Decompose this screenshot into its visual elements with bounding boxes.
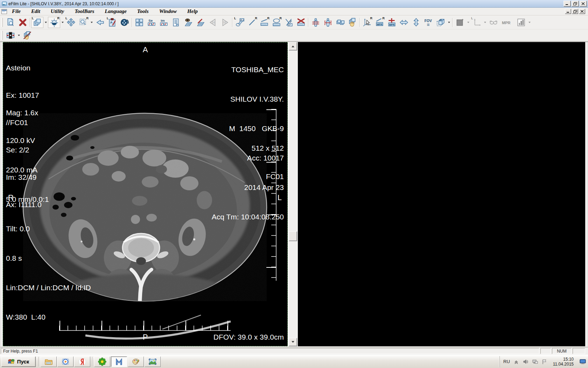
volume-icon[interactable] bbox=[523, 359, 529, 365]
histogram-button[interactable] bbox=[515, 17, 527, 28]
flag-icon[interactable] bbox=[541, 359, 548, 365]
image-viewport[interactable]: Asteion Ex: 10017 //FC01 Se: 2/2 Im: 32/… bbox=[3, 42, 288, 346]
minimize-button[interactable] bbox=[564, 1, 571, 7]
image-layout-icon bbox=[33, 18, 42, 27]
scroll-up-button[interactable] bbox=[289, 42, 297, 50]
toolbar-separator bbox=[30, 18, 30, 27]
flip-horizontal-button[interactable] bbox=[398, 17, 410, 28]
magnify-dropdown[interactable] bbox=[89, 17, 94, 28]
menu-tools[interactable]: Tools bbox=[137, 8, 149, 14]
menu-edit[interactable]: Edit bbox=[31, 8, 40, 14]
network-icon[interactable] bbox=[532, 359, 538, 365]
flip-vertical-button[interactable] bbox=[410, 17, 422, 28]
toolbar-separator bbox=[359, 18, 360, 27]
back-arrow-button[interactable] bbox=[94, 17, 106, 28]
image-layout-dropdown[interactable] bbox=[43, 17, 48, 28]
tile-images-button[interactable] bbox=[133, 17, 145, 28]
expand-tray-icon[interactable] bbox=[513, 359, 519, 365]
mpr-mode-button[interactable]: MPR bbox=[499, 17, 515, 28]
render-region-button[interactable] bbox=[454, 17, 466, 28]
menu-utility[interactable]: Utility bbox=[51, 8, 64, 14]
link-stacks-button[interactable] bbox=[334, 17, 346, 28]
toolbar-gripper[interactable] bbox=[1, 31, 3, 40]
toolbar-gripper[interactable] bbox=[1, 18, 3, 27]
start-label: Пуск bbox=[17, 359, 29, 364]
quicklaunch-media-player[interactable] bbox=[57, 356, 74, 367]
quicklaunch-paint[interactable] bbox=[128, 356, 144, 367]
orientation-axes-button[interactable]: L bbox=[470, 17, 483, 28]
language-indicator[interactable]: RU bbox=[503, 359, 510, 364]
delete-measurements-icon bbox=[296, 18, 306, 27]
fit-image-icon bbox=[6, 31, 15, 40]
mpr-oblique-button[interactable]: R MPR bbox=[373, 17, 385, 28]
quicklaunch-efilm[interactable] bbox=[111, 356, 127, 367]
menu-window[interactable]: Window bbox=[159, 8, 177, 14]
mdi-close-button[interactable] bbox=[579, 9, 585, 14]
svg-text:MPR: MPR bbox=[389, 23, 394, 26]
fit-image-button[interactable] bbox=[4, 30, 16, 41]
quicklaunch-yandex[interactable] bbox=[74, 356, 90, 367]
start-button[interactable]: Пуск bbox=[1, 356, 36, 367]
quicklaunch-icq[interactable] bbox=[94, 356, 110, 367]
magnify-button[interactable]: R bbox=[77, 17, 89, 28]
mdi-minimize-button[interactable] bbox=[565, 9, 571, 14]
show-desktop-corner[interactable] bbox=[578, 356, 587, 367]
scout-lines-button[interactable] bbox=[309, 17, 322, 28]
taskbar-separator bbox=[92, 357, 92, 367]
menu-file[interactable]: File bbox=[12, 8, 21, 14]
angle-measure-button[interactable]: θ 57° bbox=[282, 17, 295, 28]
fov-display-button[interactable]: FOV = bbox=[422, 17, 434, 28]
delete-measurements-button[interactable] bbox=[295, 17, 307, 28]
efilm-m-icon bbox=[115, 357, 123, 366]
window-level-button[interactable]: R bbox=[48, 17, 60, 28]
line-measure-button[interactable]: R bbox=[246, 17, 258, 28]
clock[interactable]: 15:10 11.04.2015 bbox=[553, 357, 574, 367]
matrix-size: 512 x 512 bbox=[252, 143, 284, 153]
orientation-axes-dropdown[interactable] bbox=[483, 17, 487, 28]
mdi-restore-button[interactable] bbox=[572, 9, 578, 14]
restore-button[interactable] bbox=[572, 1, 579, 7]
pan-button[interactable]: L bbox=[65, 17, 77, 28]
stack-drag-disabled-button[interactable] bbox=[21, 30, 33, 41]
window-level-dropdown[interactable] bbox=[60, 17, 65, 28]
taskbar: Пуск bbox=[0, 355, 588, 368]
view-report-button[interactable] bbox=[182, 17, 194, 28]
histogram-dropdown[interactable] bbox=[527, 17, 532, 28]
probe-button[interactable]: L 35.2 bbox=[233, 17, 246, 28]
quicklaunch-image-viewer[interactable] bbox=[145, 356, 161, 367]
ellipse-measure-button[interactable]: R bbox=[270, 17, 282, 28]
cine-button[interactable] bbox=[118, 17, 131, 28]
distance-measure-button[interactable]: R bbox=[258, 17, 270, 28]
scrollbar-thumb[interactable] bbox=[289, 231, 297, 241]
image-scrollbar[interactable] bbox=[288, 42, 297, 346]
reference-lines-button[interactable] bbox=[322, 17, 334, 28]
volume-3d-button[interactable]: 3D bbox=[434, 17, 447, 28]
mpr-orthogonal-button[interactable]: MPR bbox=[385, 17, 398, 28]
report-button[interactable] bbox=[170, 17, 182, 28]
next-study-button[interactable]: St bbox=[219, 17, 231, 28]
edit-report-button[interactable] bbox=[194, 17, 206, 28]
link-stacks-icon bbox=[336, 18, 345, 27]
quicklaunch-explorer[interactable] bbox=[41, 356, 57, 367]
cursor-3d-button[interactable]: R bbox=[361, 17, 373, 28]
image-layout-button[interactable]: L bbox=[31, 17, 43, 28]
series-format-button[interactable]: Se bbox=[145, 17, 158, 28]
menu-help[interactable]: Help bbox=[187, 8, 198, 14]
menu-language[interactable]: Language bbox=[105, 8, 127, 14]
stack-scroll-button[interactable] bbox=[346, 17, 358, 28]
scroll-down-button[interactable] bbox=[289, 338, 297, 346]
minimize-icon bbox=[565, 2, 569, 5]
close-button[interactable] bbox=[580, 1, 587, 7]
stereo-glasses-button[interactable] bbox=[487, 17, 499, 28]
menu-toolbars[interactable]: ToolBars bbox=[75, 8, 94, 14]
open-images-button[interactable] bbox=[4, 17, 16, 28]
volume-3d-dropdown[interactable] bbox=[447, 17, 451, 28]
image-format-button[interactable]: Im bbox=[158, 17, 170, 28]
annotations-button[interactable]: L A bbox=[106, 17, 118, 28]
render-region-dropdown[interactable] bbox=[466, 17, 470, 28]
fit-image-dropdown[interactable] bbox=[16, 30, 21, 41]
taskbar-separator bbox=[38, 357, 39, 367]
previous-study-button[interactable]: St bbox=[206, 17, 219, 28]
empty-viewport[interactable] bbox=[297, 42, 585, 346]
close-image-button[interactable] bbox=[16, 17, 29, 28]
